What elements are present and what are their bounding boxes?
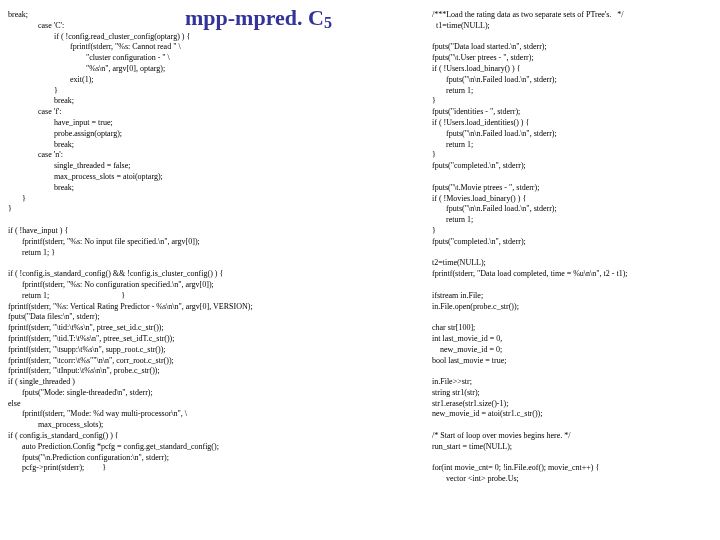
right-code-block: /***Load the rating data as two separate… <box>432 10 712 485</box>
left-code-block: break; case 'C': if ( !config.read_clust… <box>8 10 418 474</box>
